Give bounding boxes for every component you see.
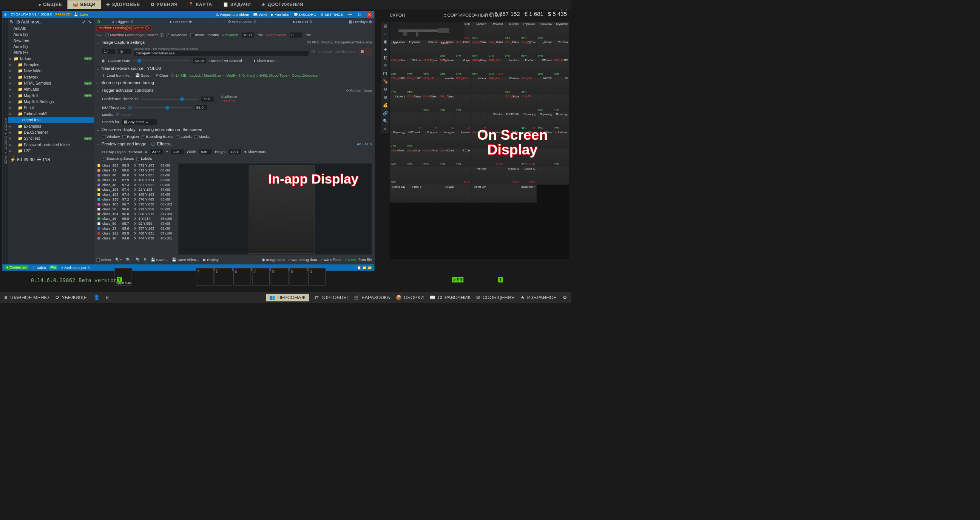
refresh-icon[interactable]: ↻ (10, 19, 14, 25)
weapon-icon[interactable]: ⟋ (382, 30, 389, 38)
info-icon[interactable]: ⓘ (312, 49, 315, 54)
activation-input[interactable]: 1000 (241, 32, 255, 38)
inventory-cell[interactable]: Глушилка94% (537, 22, 553, 40)
minimize-icon[interactable]: — (347, 12, 353, 17)
inventory-cell[interactable]: 55 (406, 112, 422, 130)
tree-item[interactable]: New tree (8, 38, 94, 44)
inventory-cell[interactable]: HBThemAI93% (406, 130, 422, 148)
inventory-cell[interactable]: Кордура (438, 130, 455, 148)
overlays-tab[interactable]: ▦ Overlays ⊕ (348, 19, 372, 24)
tree-item[interactable]: ▸📁 TarkovItemML (8, 111, 94, 117)
tree-item[interactable]: ▸📁 Script (8, 105, 94, 111)
iou-slider[interactable] (134, 107, 192, 108)
capture-rate-slider[interactable] (133, 60, 190, 61)
tab-health[interactable]: ✚ЗДОРОВЬЕ (101, 0, 145, 9)
inventory-cell[interactable]: class_10Vicкон.93% (406, 148, 422, 167)
tree-item[interactable]: ▸📁 AimLabs (8, 86, 94, 92)
inventory-cell[interactable]: Паракорд97% (390, 130, 406, 148)
inventory-cell[interactable]: ЗК (553, 76, 569, 94)
app-picker-icon[interactable]: 🖵 (102, 49, 115, 54)
osd-window-check[interactable] (102, 135, 105, 138)
preview-labels-check[interactable] (136, 157, 140, 161)
inventory-cell[interactable]: class_47Тушёнка98% (438, 58, 455, 76)
inventory-cell[interactable]: class_118Боль (504, 94, 520, 113)
clear-nn-button[interactable]: ✕ Clear (155, 73, 169, 78)
inventory-cell[interactable]: 39 (422, 112, 438, 130)
key-icon[interactable]: ⚿ (382, 70, 389, 78)
inventory-cell[interactable]: MS200094% (504, 22, 520, 40)
search-icon[interactable]: 🔍 (382, 117, 389, 125)
tab-general[interactable]: ●ОБЩЕЕ (33, 0, 67, 9)
osd-region-check[interactable] (123, 135, 126, 138)
target-icon[interactable]: ◎ (118, 49, 131, 55)
inventory-cell[interactable]: class_147 (422, 76, 438, 94)
inventory-cell[interactable]: class_193Срезы95% (520, 40, 536, 58)
iou-value[interactable]: 56.0 (194, 105, 207, 111)
refresh-once-button[interactable]: ⟳ Refresh Once (346, 88, 372, 92)
inventory-cell[interactable]: Monoclete R (520, 184, 536, 203)
knife-icon[interactable]: ✕ (382, 62, 389, 70)
toggle-icon[interactable]: ○— (96, 33, 102, 37)
save-img-button[interactable]: 💾 Save... (151, 258, 168, 262)
hotbar-weapon[interactable]: Кукри M48 (115, 268, 132, 286)
tree-item[interactable]: detect test (8, 117, 94, 123)
redirect-input-button[interactable]: ↗ Redirect Input ✎ (60, 266, 90, 270)
capture-rate-value[interactable]: 52.70 (192, 58, 206, 64)
tree-item[interactable]: Aura (2) (8, 32, 94, 38)
tree-item[interactable]: AntiAfk (8, 26, 94, 32)
tab-tasks[interactable]: 📋ЗАДАЧИ (218, 0, 256, 9)
ml-chip[interactable]: Machine Learning(AI) Search ⓘ (96, 25, 151, 31)
tree-item[interactable]: ▸📁 MapRoll.Settings (8, 99, 94, 105)
tree-item[interactable]: ▸📁 New folder (8, 68, 94, 74)
character-button[interactable]: 👥 ПЕРСОНАЖ (266, 294, 309, 301)
crop-h[interactable]: 1291 (229, 149, 242, 155)
maximize-icon[interactable]: ☐ (357, 12, 363, 17)
inventory-cell[interactable]: GPhone92% (537, 58, 553, 76)
inventory-cell[interactable] (471, 94, 488, 113)
inventory-cell[interactable]: Crickent (390, 94, 406, 113)
inventory-cell[interactable]: Глушилка97% (520, 22, 536, 40)
triggers-tab[interactable]: ▸ Triggers ⊕ (113, 19, 133, 24)
inventory-cell[interactable] (537, 167, 553, 184)
inventory-cell[interactable]: Slickers97% (406, 58, 422, 76)
inventory-cell[interactable]: Датчик94% (537, 40, 553, 58)
power-icon[interactable]: ⏻ (96, 20, 100, 24)
inventory-cell[interactable]: Маска-Щ50/50 (520, 167, 536, 184)
on-enter-tab[interactable]: ● On Enter ⊕ (170, 19, 192, 24)
ammo-icon[interactable]: ◧ (382, 54, 389, 62)
on-exit-tab[interactable]: ● On Exit ⊕ (293, 19, 312, 24)
inventory-cell[interactable]: Глушилка (406, 40, 422, 58)
gear-icon[interactable]: ⚙ (382, 85, 389, 93)
inventory-cell[interactable]: Маска-1Щ (390, 184, 406, 203)
tree-item[interactable]: ▸📁 DEXScreener (8, 129, 94, 135)
inventory-cell[interactable] (488, 184, 504, 203)
inventory-cell[interactable] (504, 184, 520, 203)
grid-icon[interactable]: ▦ (382, 22, 389, 30)
select-check[interactable] (96, 258, 100, 262)
inventory-cell[interactable]: Маска-Щ50/50 (504, 167, 520, 184)
inventory-cell[interactable]: Рысь-Т (406, 184, 422, 203)
collapse-icon[interactable]: ⤡ (88, 19, 92, 25)
inventory-cell[interactable]: class_134 (488, 76, 504, 94)
inventory-cell[interactable]: ВКабель93% (504, 76, 520, 94)
inventory-cell[interactable]: class_154Макар95% (471, 58, 488, 76)
while-active-tab[interactable]: ⟳ While Active ⊕ (228, 19, 257, 24)
tree-item[interactable]: ▸📁 Examples (8, 123, 94, 129)
hotbar-slot[interactable]: 0 (308, 268, 326, 286)
hideout-button[interactable]: ⟳ УБЕЖИЩЕ (56, 295, 87, 301)
copy-icon-b[interactable]: ⎘ (106, 295, 109, 301)
inventory-cell[interactable]: MS2000 (488, 22, 504, 40)
inventory-cell[interactable] (488, 94, 504, 113)
inventory-cell[interactable] (553, 167, 569, 184)
close-icon[interactable]: ✕ (367, 12, 372, 17)
osd-masks-check[interactable] (194, 135, 197, 138)
inventory-cell[interactable]: class_50Грмит94% (422, 94, 438, 113)
med-icon[interactable]: ✚ (382, 46, 389, 54)
save-nn-button[interactable]: 💾 Save... (135, 73, 153, 78)
favorites-button[interactable]: ★ ИЗБРАННОЕ (520, 294, 557, 301)
advanced-check[interactable] (167, 33, 170, 37)
main-menu-button[interactable]: ≡ ГЛАВНОЕ МЕНЮ (5, 295, 49, 301)
wiki-link[interactable]: 📖 WIKI (253, 12, 267, 17)
crop-icon[interactable]: ✂ Crop region (102, 149, 126, 154)
inventory-cell[interactable]: class_110Кек93% (390, 58, 406, 76)
